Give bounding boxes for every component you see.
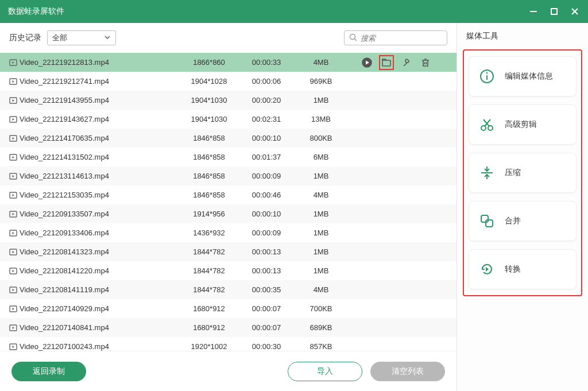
file-name: Video_221212153035.mp4: [20, 191, 180, 199]
file-name: Video_221208141119.mp4: [20, 285, 180, 294]
duration: 00:00:09: [238, 172, 295, 180]
video-icon: [9, 115, 20, 123]
video-icon: [9, 229, 20, 237]
svg-line-30: [483, 119, 489, 126]
resolution: 1866*860: [180, 58, 238, 67]
file-size: 1MB: [295, 96, 347, 104]
search-box[interactable]: [344, 30, 447, 45]
duration: 00:00:13: [238, 266, 295, 275]
video-icon: [9, 305, 20, 313]
resolution: 1846*858: [180, 134, 238, 142]
trash-icon[interactable]: [420, 57, 431, 68]
import-button[interactable]: 导入: [288, 362, 362, 381]
duration: 00:00:07: [238, 304, 295, 313]
file-size: 857KB: [295, 342, 347, 351]
table-row[interactable]: Video_221219143627.mp4 1904*1030 00:02:3…: [0, 110, 457, 129]
resolution: 1904*1030: [180, 115, 238, 123]
table-row[interactable]: Video_221207100243.mp4 1920*1002 00:00:3…: [0, 337, 457, 351]
search-input[interactable]: [361, 34, 458, 42]
back-button[interactable]: 返回录制: [11, 362, 86, 381]
compress-icon: [478, 164, 496, 181]
file-name: Video_221207140929.mp4: [20, 304, 180, 313]
resolution: 1844*782: [180, 247, 238, 256]
file-size: 1MB: [295, 229, 347, 237]
wrench-icon[interactable]: [400, 57, 412, 68]
svg-rect-8: [382, 60, 390, 66]
video-icon: [9, 59, 20, 67]
table-row[interactable]: Video_221212153035.mp4 1846*858 00:00:46…: [0, 185, 457, 204]
file-size: 4MB: [295, 191, 347, 199]
window-controls: [528, 6, 580, 17]
info-icon: [478, 68, 496, 85]
file-size: 689KB: [295, 323, 347, 332]
file-size: 1MB: [295, 266, 347, 275]
tool-convert[interactable]: 转换: [469, 249, 577, 289]
file-name: Video_221214131502.mp4: [20, 153, 180, 161]
row-actions: [347, 57, 447, 68]
duration: 00:00:07: [238, 323, 295, 332]
tool-compress[interactable]: 压缩: [469, 153, 577, 193]
resolution: 1846*858: [180, 172, 238, 180]
svg-point-4: [350, 34, 355, 39]
file-name: Video_221219143955.mp4: [20, 96, 180, 104]
duration: 00:02:31: [238, 115, 295, 123]
maximize-button[interactable]: [549, 6, 559, 17]
close-button[interactable]: [570, 6, 580, 17]
clear-button[interactable]: 清空列表: [370, 362, 445, 381]
video-icon: [9, 210, 20, 218]
table-row[interactable]: Video_221208141119.mp4 1844*782 00:00:35…: [0, 280, 457, 299]
table-row[interactable]: Video_221219212813.mp4 1866*860 00:00:33…: [0, 53, 457, 72]
svg-rect-32: [481, 215, 488, 222]
resolution: 1680*912: [180, 323, 238, 332]
resolution: 1904*1030: [180, 96, 238, 104]
table-row[interactable]: Video_221219143955.mp4 1904*1030 00:00:2…: [0, 91, 457, 110]
cut-icon: [478, 116, 496, 133]
tool-merge[interactable]: 合并: [469, 201, 577, 241]
resolution: 1914*956: [180, 210, 238, 218]
table-row[interactable]: Video_221209133406.mp4 1436*932 00:00:09…: [0, 223, 457, 242]
tool-info[interactable]: 编辑媒体信息: [469, 56, 577, 96]
table-row[interactable]: Video_221214131502.mp4 1846*858 00:01:37…: [0, 148, 457, 167]
table-row[interactable]: Video_221208141220.mp4 1844*782 00:00:13…: [0, 261, 457, 280]
duration: 00:00:30: [238, 342, 295, 351]
table-row[interactable]: Video_221207140929.mp4 1680*912 00:00:07…: [0, 299, 457, 318]
svg-rect-1: [551, 9, 557, 14]
chevron-down-icon: [104, 34, 111, 42]
resolution: 1680*912: [180, 304, 238, 313]
table-row[interactable]: Video_221208141323.mp4 1844*782 00:00:13…: [0, 242, 457, 261]
search-icon: [349, 33, 357, 43]
file-size: 6MB: [295, 153, 347, 161]
file-size: 800KB: [295, 134, 347, 142]
file-size: 13MB: [295, 115, 347, 123]
resolution: 1920*1002: [180, 342, 238, 351]
play-icon[interactable]: [361, 57, 373, 68]
tool-label: 合并: [505, 216, 521, 226]
duration: 00:00:20: [238, 96, 295, 104]
video-icon: [9, 153, 20, 161]
duration: 00:00:33: [238, 58, 295, 67]
table-row[interactable]: Video_221207140841.mp4 1680*912 00:00:07…: [0, 318, 457, 337]
tool-list: 编辑媒体信息 高级剪辑 压缩 合并 转换: [463, 49, 582, 296]
file-name: Video_221219212741.mp4: [20, 77, 180, 86]
tool-cut[interactable]: 高级剪辑: [469, 104, 577, 145]
file-name: Video_221207100243.mp4: [20, 342, 180, 351]
duration: 00:00:06: [238, 77, 295, 86]
table-row[interactable]: Video_221213114613.mp4 1846*858 00:00:09…: [0, 167, 457, 185]
svg-line-29: [485, 119, 490, 126]
duration: 00:00:46: [238, 191, 295, 199]
folder-icon[interactable]: [381, 57, 392, 68]
file-name: Video_221219212813.mp4: [20, 58, 180, 67]
table-row[interactable]: Video_221214170635.mp4 1846*858 00:00:10…: [0, 129, 457, 148]
file-name: Video_221207140841.mp4: [20, 323, 180, 332]
file-size: 1MB: [295, 247, 347, 256]
file-size: 1MB: [295, 172, 347, 180]
resolution: 1844*782: [180, 285, 238, 294]
file-name: Video_221208141220.mp4: [20, 266, 180, 275]
table-row[interactable]: Video_221209133507.mp4 1914*956 00:00:10…: [0, 204, 457, 223]
minimize-button[interactable]: [528, 6, 539, 17]
table-row[interactable]: Video_221219212741.mp4 1904*1028 00:00:0…: [0, 72, 457, 91]
tool-label: 编辑媒体信息: [505, 71, 553, 82]
side-panel: 媒体工具 编辑媒体信息 高级剪辑 压缩 合并 转换: [457, 23, 588, 391]
duration: 00:01:37: [238, 153, 295, 161]
filter-select[interactable]: 全部: [47, 30, 116, 45]
